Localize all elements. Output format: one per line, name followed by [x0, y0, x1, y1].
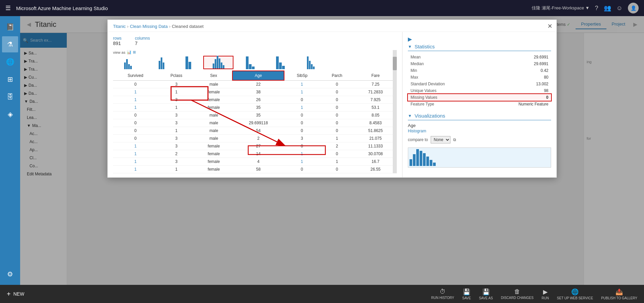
- table-row: 1 2 female 14 1 0 30.0708: [113, 150, 397, 158]
- data-meta: rows 891 columns 7: [113, 36, 397, 46]
- save-as-label: SAVE AS: [479, 296, 493, 300]
- cell-sex: male: [195, 119, 232, 127]
- publish-gallery-button[interactable]: 📤 PUBLISH TO GALLERY: [601, 288, 637, 300]
- cell-pclass: 3: [158, 112, 195, 119]
- cell-sex: female: [195, 88, 232, 96]
- cell-sibsp: 3: [284, 135, 320, 142]
- cell-age: 58: [232, 166, 284, 173]
- save-as-icon: 💾: [482, 288, 490, 296]
- visualizations-title: Visualizations: [415, 113, 445, 119]
- statistics-header: ▼ Statistics: [408, 44, 551, 51]
- stat-label: Min: [408, 67, 484, 74]
- table-row: 0 3 male 2 3 1 21.075: [113, 135, 397, 142]
- cell-fare: 8.05: [354, 112, 397, 119]
- copy-icon[interactable]: ⧉: [453, 137, 456, 142]
- meta-rows: rows 891: [113, 36, 121, 46]
- view-as-row: view as 📊 ⊞: [113, 50, 397, 54]
- viz-histogram-link[interactable]: Histogram: [408, 129, 551, 133]
- modal-close-button[interactable]: ✕: [547, 23, 552, 29]
- stats-section: ▶ ▼ Statistics Mean 29.6991 Median 29.69…: [402, 32, 556, 177]
- expand-icon[interactable]: ▶: [408, 36, 412, 42]
- smile-icon[interactable]: ☺: [616, 5, 623, 12]
- cell-parch: 0: [320, 127, 354, 135]
- cell-pclass: 1: [158, 104, 195, 112]
- help-icon[interactable]: ?: [595, 5, 598, 12]
- viz-collapse-icon[interactable]: ▼: [408, 114, 412, 118]
- table-view-icon[interactable]: ⊞: [133, 50, 136, 54]
- cell-pclass: 1: [158, 88, 195, 96]
- sidebar-item-cube[interactable]: ◈: [2, 106, 18, 122]
- cell-sibsp: 0: [284, 96, 320, 104]
- stat-label: Max: [408, 74, 484, 81]
- save-as-button[interactable]: 💾 SAVE AS: [479, 288, 493, 300]
- cell-parch: 2: [320, 142, 354, 150]
- sidebar: 📓 ⚗ 🌐 ⊞ 🗄 ◈ ⚙: [0, 16, 20, 285]
- breadcrumb-titanic[interactable]: Titanic: [113, 24, 126, 29]
- save-icon: 💾: [463, 288, 470, 296]
- run-button[interactable]: ▶ RUN: [542, 288, 549, 300]
- stat-value: Numeric Feature: [484, 101, 551, 107]
- col-fare[interactable]: Fare: [354, 71, 397, 80]
- cell-fare: 26.55: [354, 166, 397, 173]
- save-button[interactable]: 💾 SAVE: [462, 288, 471, 300]
- cell-sibsp: 0: [284, 127, 320, 135]
- sidebar-item-flask[interactable]: ⚗: [2, 36, 18, 52]
- breadcrumb-clean[interactable]: Clean Missing Data: [130, 24, 168, 29]
- stats-row: Median 29.6991: [408, 60, 551, 67]
- cell-fare: 30.0708: [354, 150, 397, 158]
- cell-age: 54: [232, 127, 284, 135]
- cell-parch: 0: [320, 80, 354, 88]
- col-survived[interactable]: Survived: [113, 71, 158, 80]
- cell-sex: female: [195, 158, 232, 166]
- stat-value: 80: [484, 74, 551, 81]
- expand-arrow[interactable]: ▶: [408, 36, 551, 42]
- user-avatar[interactable]: 👤: [628, 3, 639, 13]
- rows-label: rows: [113, 36, 121, 41]
- new-label: NEW: [13, 291, 24, 297]
- sidebar-item-settings[interactable]: ⚙: [2, 266, 18, 282]
- new-button[interactable]: + NEW: [7, 290, 24, 298]
- cell-pclass: 1: [158, 166, 195, 173]
- sidebar-item-notebook[interactable]: 📓: [2, 19, 18, 35]
- cell-parch: 1: [320, 158, 354, 166]
- sidebar-item-globe[interactable]: 🌐: [2, 54, 18, 70]
- run-history-button[interactable]: ⏱ RUN HISTORY: [431, 288, 454, 300]
- discard-icon: 🗑: [514, 288, 520, 295]
- cell-parch: 0: [320, 88, 354, 96]
- col-pclass[interactable]: Pclass: [158, 71, 195, 80]
- rows-value: 891: [113, 41, 121, 46]
- cell-sex: female: [195, 142, 232, 150]
- sidebar-item-grid[interactable]: ⊞: [2, 71, 18, 87]
- cell-age: 35: [232, 112, 284, 119]
- sidebar-item-cylinder[interactable]: 🗄: [2, 89, 18, 105]
- discard-changes-button[interactable]: 🗑 DISCARD CHANGES: [501, 288, 533, 300]
- bar-chart-icon[interactable]: 📊: [127, 50, 131, 54]
- cell-fare: 51.8625: [354, 127, 397, 135]
- save-label: SAVE: [462, 296, 471, 300]
- modal-dialog: Titanic › Clean Missing Data › Cleaned d…: [107, 19, 557, 178]
- table-row: 1 3 female 26 0 0 7.925: [113, 96, 397, 104]
- hamburger-icon[interactable]: ☰: [5, 4, 11, 12]
- setup-web-service-button[interactable]: 🌐 SET UP WEB SERVICE: [557, 288, 593, 300]
- people-icon[interactable]: 👥: [604, 4, 611, 12]
- cell-age: 14: [232, 150, 284, 158]
- table-row: 0 3 male 29.699118 0 0 8.4583: [113, 119, 397, 127]
- stat-label: Median: [408, 60, 484, 67]
- meta-columns: columns 7: [135, 36, 150, 46]
- scroll-thumb[interactable]: [393, 57, 397, 70]
- compare-select[interactable]: None: [431, 136, 450, 143]
- col-age[interactable]: Age: [232, 71, 284, 80]
- col-sex[interactable]: Sex: [195, 71, 232, 80]
- cell-survived: 1: [113, 96, 158, 104]
- stat-value: 98: [484, 87, 551, 94]
- table-row: 0 3 male 22 1 0 7.25: [113, 80, 397, 88]
- cell-sibsp: 1: [284, 80, 320, 88]
- scroll-indicator[interactable]: [393, 50, 397, 173]
- stats-row: Max 80: [408, 74, 551, 81]
- cell-parch: 1: [320, 135, 354, 142]
- workspace-label[interactable]: 佳隆 瀬尾-Free-Workspace ▼: [532, 5, 589, 11]
- col-parch[interactable]: Parch: [320, 71, 354, 80]
- col-sibsp[interactable]: SibSp: [284, 71, 320, 80]
- stats-collapse-icon[interactable]: ▼: [408, 44, 412, 49]
- data-table: Survived Pclass Sex Age SibSp Parch Fare: [113, 71, 397, 173]
